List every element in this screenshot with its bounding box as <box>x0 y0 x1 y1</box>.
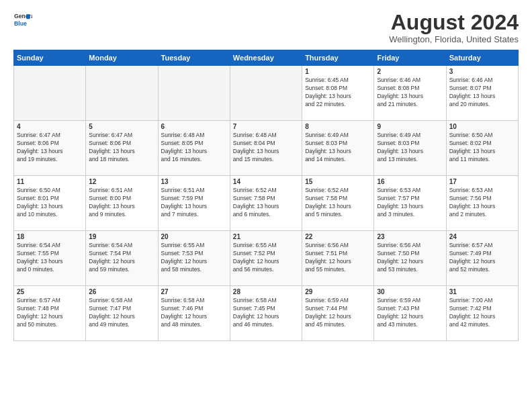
day-number: 30 <box>377 288 443 295</box>
day-cell: 2Sunrise: 6:46 AM Sunset: 8:08 PM Daylig… <box>374 66 446 121</box>
day-info: Sunrise: 6:45 AM Sunset: 8:08 PM Dayligh… <box>305 77 371 109</box>
day-number: 2 <box>377 68 443 75</box>
day-cell: 27Sunrise: 6:58 AM Sunset: 7:46 PM Dayli… <box>158 286 230 341</box>
logo-icon: GeneralBlue <box>13 11 32 30</box>
day-cell: 22Sunrise: 6:56 AM Sunset: 7:51 PM Dayli… <box>302 231 374 286</box>
col-header-thursday: Thursday <box>302 50 374 66</box>
day-info: Sunrise: 6:58 AM Sunset: 7:45 PM Dayligh… <box>233 297 299 329</box>
day-number: 20 <box>161 233 227 240</box>
day-number: 18 <box>17 233 83 240</box>
day-cell: 10Sunrise: 6:50 AM Sunset: 8:02 PM Dayli… <box>446 121 518 176</box>
day-cell: 17Sunrise: 6:53 AM Sunset: 7:56 PM Dayli… <box>446 176 518 231</box>
day-cell <box>158 66 230 121</box>
day-info: Sunrise: 6:46 AM Sunset: 8:07 PM Dayligh… <box>449 77 515 109</box>
day-number: 7 <box>233 123 299 130</box>
day-cell: 12Sunrise: 6:51 AM Sunset: 8:00 PM Dayli… <box>86 176 158 231</box>
day-number: 24 <box>449 233 515 240</box>
day-info: Sunrise: 6:56 AM Sunset: 7:51 PM Dayligh… <box>305 242 371 274</box>
day-cell: 21Sunrise: 6:55 AM Sunset: 7:52 PM Dayli… <box>230 231 302 286</box>
day-number: 1 <box>305 68 371 75</box>
day-cell: 20Sunrise: 6:55 AM Sunset: 7:53 PM Dayli… <box>158 231 230 286</box>
day-number: 9 <box>377 123 443 130</box>
day-cell: 23Sunrise: 6:56 AM Sunset: 7:50 PM Dayli… <box>374 231 446 286</box>
day-cell: 7Sunrise: 6:48 AM Sunset: 8:04 PM Daylig… <box>230 121 302 176</box>
day-cell: 25Sunrise: 6:57 AM Sunset: 7:48 PM Dayli… <box>14 286 86 341</box>
day-number: 4 <box>17 123 83 130</box>
day-cell: 14Sunrise: 6:52 AM Sunset: 7:58 PM Dayli… <box>230 176 302 231</box>
day-number: 27 <box>161 288 227 295</box>
week-row-4: 18Sunrise: 6:54 AM Sunset: 7:55 PM Dayli… <box>14 231 519 286</box>
day-info: Sunrise: 6:48 AM Sunset: 8:04 PM Dayligh… <box>233 132 299 164</box>
day-number: 21 <box>233 233 299 240</box>
day-info: Sunrise: 6:55 AM Sunset: 7:52 PM Dayligh… <box>233 242 299 274</box>
day-cell: 16Sunrise: 6:53 AM Sunset: 7:57 PM Dayli… <box>374 176 446 231</box>
day-number: 26 <box>89 288 154 295</box>
day-cell <box>14 66 86 121</box>
day-cell: 6Sunrise: 6:48 AM Sunset: 8:05 PM Daylig… <box>158 121 230 176</box>
day-info: Sunrise: 6:57 AM Sunset: 7:49 PM Dayligh… <box>449 242 515 274</box>
day-number: 23 <box>377 233 443 240</box>
svg-marker-2 <box>26 14 30 19</box>
day-number: 22 <box>305 233 371 240</box>
col-header-tuesday: Tuesday <box>158 50 230 66</box>
col-header-sunday: Sunday <box>14 50 86 66</box>
day-cell: 15Sunrise: 6:52 AM Sunset: 7:58 PM Dayli… <box>302 176 374 231</box>
day-info: Sunrise: 6:58 AM Sunset: 7:46 PM Dayligh… <box>161 297 227 329</box>
day-info: Sunrise: 6:59 AM Sunset: 7:43 PM Dayligh… <box>377 297 443 329</box>
day-cell: 3Sunrise: 6:46 AM Sunset: 8:07 PM Daylig… <box>446 66 518 121</box>
day-info: Sunrise: 6:47 AM Sunset: 8:06 PM Dayligh… <box>89 132 154 164</box>
day-cell <box>86 66 158 121</box>
day-info: Sunrise: 6:50 AM Sunset: 8:02 PM Dayligh… <box>449 132 515 164</box>
logo: GeneralBlue <box>13 11 32 30</box>
header: GeneralBlue August 2024 Wellington, Flor… <box>13 11 519 44</box>
day-info: Sunrise: 6:58 AM Sunset: 7:47 PM Dayligh… <box>89 297 154 329</box>
day-number: 3 <box>449 68 515 75</box>
day-cell: 8Sunrise: 6:49 AM Sunset: 8:03 PM Daylig… <box>302 121 374 176</box>
day-info: Sunrise: 6:48 AM Sunset: 8:05 PM Dayligh… <box>161 132 227 164</box>
title-block: August 2024 Wellington, Florida, United … <box>389 11 519 44</box>
day-info: Sunrise: 6:50 AM Sunset: 8:01 PM Dayligh… <box>17 187 83 219</box>
day-number: 13 <box>161 178 227 185</box>
day-info: Sunrise: 6:51 AM Sunset: 7:59 PM Dayligh… <box>161 187 227 219</box>
day-cell: 19Sunrise: 6:54 AM Sunset: 7:54 PM Dayli… <box>86 231 158 286</box>
day-info: Sunrise: 6:52 AM Sunset: 7:58 PM Dayligh… <box>305 187 371 219</box>
day-number: 17 <box>449 178 515 185</box>
day-number: 19 <box>89 233 154 240</box>
day-info: Sunrise: 6:46 AM Sunset: 8:08 PM Dayligh… <box>377 77 443 109</box>
svg-text:Blue: Blue <box>14 20 27 27</box>
day-cell: 5Sunrise: 6:47 AM Sunset: 8:06 PM Daylig… <box>86 121 158 176</box>
day-info: Sunrise: 6:53 AM Sunset: 7:56 PM Dayligh… <box>449 187 515 219</box>
day-info: Sunrise: 6:49 AM Sunset: 8:03 PM Dayligh… <box>377 132 443 164</box>
page: GeneralBlue August 2024 Wellington, Flor… <box>0 0 532 411</box>
header-row: SundayMondayTuesdayWednesdayThursdayFrid… <box>14 50 519 66</box>
day-info: Sunrise: 6:56 AM Sunset: 7:50 PM Dayligh… <box>377 242 443 274</box>
day-info: Sunrise: 6:51 AM Sunset: 8:00 PM Dayligh… <box>89 187 154 219</box>
day-number: 11 <box>17 178 83 185</box>
week-row-5: 25Sunrise: 6:57 AM Sunset: 7:48 PM Dayli… <box>14 286 519 341</box>
calendar-table: SundayMondayTuesdayWednesdayThursdayFrid… <box>13 50 519 341</box>
day-number: 16 <box>377 178 443 185</box>
day-number: 12 <box>89 178 154 185</box>
day-number: 25 <box>17 288 83 295</box>
col-header-wednesday: Wednesday <box>230 50 302 66</box>
day-info: Sunrise: 6:59 AM Sunset: 7:44 PM Dayligh… <box>305 297 371 329</box>
day-cell: 24Sunrise: 6:57 AM Sunset: 7:49 PM Dayli… <box>446 231 518 286</box>
day-number: 8 <box>305 123 371 130</box>
day-info: Sunrise: 6:47 AM Sunset: 8:06 PM Dayligh… <box>17 132 83 164</box>
location: Wellington, Florida, United States <box>389 34 519 44</box>
day-cell: 18Sunrise: 6:54 AM Sunset: 7:55 PM Dayli… <box>14 231 86 286</box>
day-info: Sunrise: 6:54 AM Sunset: 7:54 PM Dayligh… <box>89 242 154 274</box>
day-number: 28 <box>233 288 299 295</box>
week-row-3: 11Sunrise: 6:50 AM Sunset: 8:01 PM Dayli… <box>14 176 519 231</box>
day-number: 6 <box>161 123 227 130</box>
day-number: 5 <box>89 123 154 130</box>
day-cell: 11Sunrise: 6:50 AM Sunset: 8:01 PM Dayli… <box>14 176 86 231</box>
col-header-saturday: Saturday <box>446 50 518 66</box>
day-cell: 26Sunrise: 6:58 AM Sunset: 7:47 PM Dayli… <box>86 286 158 341</box>
day-cell: 9Sunrise: 6:49 AM Sunset: 8:03 PM Daylig… <box>374 121 446 176</box>
day-info: Sunrise: 6:53 AM Sunset: 7:57 PM Dayligh… <box>377 187 443 219</box>
day-cell: 29Sunrise: 6:59 AM Sunset: 7:44 PM Dayli… <box>302 286 374 341</box>
day-number: 14 <box>233 178 299 185</box>
day-cell: 28Sunrise: 6:58 AM Sunset: 7:45 PM Dayli… <box>230 286 302 341</box>
day-number: 29 <box>305 288 371 295</box>
